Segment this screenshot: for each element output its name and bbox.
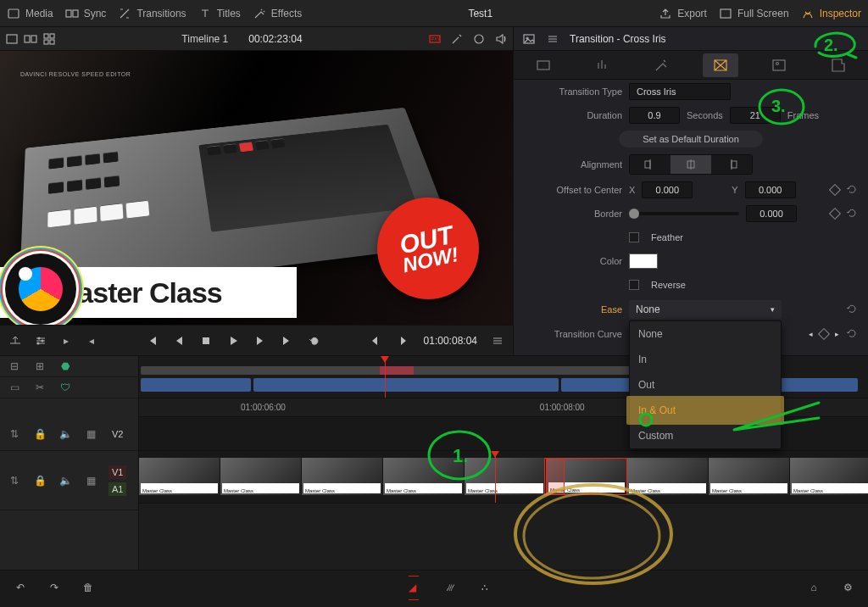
transport-next-icon[interactable]: ◂ [83, 332, 100, 349]
redo-icon[interactable]: ↷ [46, 579, 63, 596]
alignment-segment[interactable] [629, 154, 753, 175]
loop-icon[interactable] [306, 332, 323, 349]
color-swatch[interactable] [629, 253, 658, 269]
ease-option-none[interactable]: None [630, 321, 781, 347]
topbar-transitions[interactable]: Transitions [118, 7, 186, 20]
topbar-titles[interactable]: Titles [198, 7, 241, 20]
lock-icon[interactable]: 🔒 [32, 475, 47, 487]
topbar-media[interactable]: Media [7, 7, 53, 20]
home-icon[interactable]: ⌂ [805, 579, 822, 596]
topbar-inspector[interactable]: Inspector [801, 7, 861, 20]
trash-icon[interactable]: 🗑 [80, 579, 97, 596]
set-default-duration-button[interactable]: Set as Default Duration [619, 131, 763, 148]
border-field[interactable]: 0.000 [746, 205, 797, 222]
offset-y-field[interactable]: 0.000 [745, 181, 796, 198]
film-icon[interactable]: ▦ [83, 475, 98, 487]
step-fwd-icon[interactable] [252, 332, 269, 349]
keyframe-icon[interactable] [829, 184, 841, 196]
page-fairlight-icon[interactable]: ∴ [476, 579, 493, 596]
track-v2[interactable]: V2 [108, 427, 126, 441]
topbar-export[interactable]: Export [659, 7, 707, 20]
duration-seconds-field[interactable]: 0.9 [629, 107, 680, 124]
svg-rect-4 [7, 35, 17, 43]
razor-icon[interactable]: ✂ [32, 381, 47, 393]
transition-type-dropdown[interactable]: Cross Iris [629, 83, 731, 100]
tool-insert-icon[interactable] [7, 332, 24, 349]
mute-icon[interactable]: 🔈 [58, 475, 73, 487]
go-end-icon[interactable] [279, 332, 296, 349]
feather-checkbox[interactable] [629, 232, 639, 242]
ease-dropdown[interactable]: None ▾ [629, 300, 782, 319]
film-icon[interactable]: ▦ [83, 428, 98, 440]
next-edit-icon[interactable] [395, 332, 412, 349]
play-icon[interactable] [225, 332, 242, 349]
inspector-title: Transition - Cross Iris [570, 33, 666, 45]
ease-option-inout[interactable]: In & Out [630, 398, 781, 423]
lock-icon[interactable]: 🔒 [32, 428, 47, 440]
svg-rect-20 [537, 61, 549, 70]
insp-sliders-icon[interactable] [546, 32, 559, 46]
go-start-icon[interactable] [143, 332, 160, 349]
zoom-fit-icon[interactable]: ▭ [7, 381, 22, 393]
move-icon[interactable]: ⇅ [7, 428, 22, 440]
lbl-reverse: Reverse [651, 280, 686, 290]
viewer-dual-icon[interactable] [24, 32, 37, 46]
tab-effects-icon[interactable] [643, 53, 679, 77]
undo-icon[interactable]: ↶ [12, 579, 29, 596]
topbar-fullscreen[interactable]: Full Screen [719, 7, 789, 20]
settings-icon[interactable]: ⚙ [839, 579, 856, 596]
reset-icon[interactable] [846, 327, 860, 341]
mute-icon[interactable]: 🔈 [58, 428, 73, 440]
step-back-icon[interactable] [170, 332, 187, 349]
tab-video-icon[interactable] [526, 53, 561, 77]
page-edit-icon[interactable]: ⫻ [442, 579, 459, 596]
insp-image-icon[interactable] [522, 32, 536, 46]
bypass-fx-icon[interactable] [450, 32, 464, 46]
border-slider[interactable] [629, 212, 739, 215]
prev-edit-icon[interactable] [366, 332, 383, 349]
tab-audio-icon[interactable] [584, 53, 620, 77]
speaker-icon[interactable] [494, 32, 508, 46]
page-cut-icon[interactable]: —◢— [409, 579, 426, 596]
topbar-sync[interactable]: Sync [65, 7, 107, 20]
color-wheel-icon[interactable] [472, 32, 486, 46]
tool-adjust-icon[interactable] [32, 332, 49, 349]
topbar-effects[interactable]: Effects [253, 7, 302, 20]
tab-transition-icon[interactable] [703, 53, 738, 77]
viewer-quad-icon[interactable] [42, 32, 56, 46]
transport-prev-icon[interactable]: ▸ [58, 332, 75, 349]
svg-point-16 [37, 342, 40, 344]
ruler-tc: 01:00:06:00 [241, 403, 286, 412]
ease-menu: None In Out In & Out Custom [629, 320, 782, 449]
svg-point-15 [42, 339, 44, 342]
keyframe-icon[interactable] [829, 208, 841, 220]
svg-point-22 [776, 62, 779, 64]
timeline-view-expand-icon[interactable]: ⊞ [32, 360, 47, 372]
ease-option-in[interactable]: In [630, 347, 781, 372]
svg-rect-0 [8, 9, 19, 18]
track-v1[interactable]: V1 [108, 465, 126, 479]
link-icon[interactable]: 🛡 [58, 381, 73, 393]
tab-image-icon[interactable] [761, 53, 797, 77]
menu-icon[interactable] [489, 332, 506, 349]
svg-rect-21 [773, 60, 785, 70]
svg-rect-9 [44, 40, 48, 44]
timeline-view-collapse-icon[interactable]: ⊟ [7, 360, 22, 372]
marker-icon[interactable]: ⬣ [58, 360, 73, 372]
ease-option-out[interactable]: Out [630, 372, 781, 398]
move-icon[interactable]: ⇅ [7, 475, 22, 487]
track-a1[interactable]: A1 [108, 482, 126, 496]
current-timecode: 01:00:08:04 [424, 335, 477, 347]
stop-icon[interactable] [198, 332, 214, 349]
ease-option-custom[interactable]: Custom [630, 423, 781, 448]
reset-icon[interactable] [846, 183, 860, 197]
reset-icon[interactable] [846, 303, 860, 316]
tab-file-icon[interactable] [821, 53, 856, 77]
reset-icon[interactable] [846, 207, 860, 220]
viewer-mode-icon[interactable] [5, 32, 19, 46]
offset-x-field[interactable]: 0.000 [642, 181, 693, 198]
reverse-checkbox[interactable] [629, 280, 639, 290]
keyframe-icon[interactable] [818, 328, 830, 340]
duration-frames-field[interactable]: 21 [730, 107, 781, 124]
proxy-toggle[interactable]: PXY [428, 32, 442, 46]
